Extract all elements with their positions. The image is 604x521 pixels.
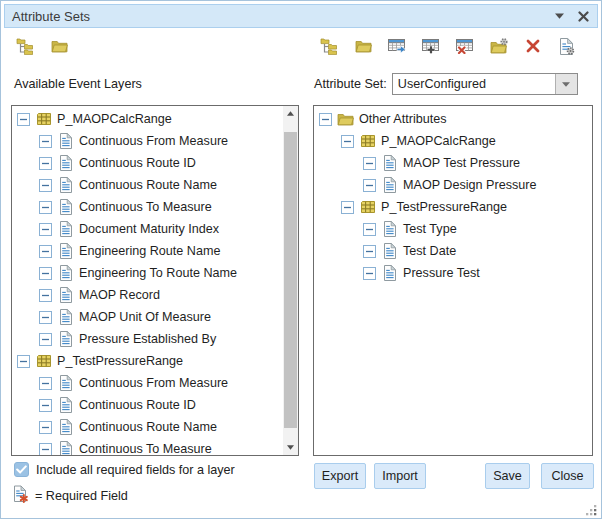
tree-item-label: MAOP Unit Of Measure: [79, 310, 211, 324]
tree-item[interactable]: Continuous Route ID: [12, 152, 283, 174]
tree-item-label: Document Maturity Index: [79, 222, 219, 236]
tree-item[interactable]: MAOP Test Pressure: [314, 152, 592, 174]
collapse-expander-icon[interactable]: [39, 421, 52, 434]
tree-item[interactable]: Continuous Route Name: [12, 416, 283, 438]
tree-item[interactable]: Continuous Route Name: [12, 174, 283, 196]
collapse-expander-icon[interactable]: [39, 311, 52, 324]
expand-set-tree-button[interactable]: [319, 36, 339, 56]
collapse-expander-icon[interactable]: [341, 135, 354, 148]
tree-item[interactable]: Test Type: [314, 218, 592, 240]
scrollbar-thumb[interactable]: [284, 132, 297, 428]
tree-item[interactable]: P_MAOPCalcRange: [12, 108, 283, 130]
table-arrow-icon: [388, 38, 407, 54]
scroll-up-icon[interactable]: [283, 106, 298, 121]
field-icon: [381, 221, 398, 237]
toolbar-right-group: [319, 36, 577, 56]
include-required-checkbox[interactable]: [14, 462, 29, 477]
tree-item-label: Continuous Route ID: [79, 398, 196, 412]
tree-item-label: Test Type: [403, 222, 457, 236]
collapse-expander-icon[interactable]: [319, 113, 332, 126]
remove-table-button[interactable]: [455, 36, 475, 56]
tree-item[interactable]: MAOP Record: [12, 284, 283, 306]
event-table-icon: [35, 354, 52, 368]
tree-item[interactable]: P_TestPressureRange: [12, 350, 283, 372]
add-table-button[interactable]: [421, 36, 441, 56]
event-table-icon: [359, 134, 376, 148]
collapse-expander-icon[interactable]: [39, 201, 52, 214]
attribute-set-dropdown[interactable]: UserConfigured: [392, 73, 578, 95]
collapse-expander-icon[interactable]: [341, 201, 354, 214]
collapse-expander-icon[interactable]: [363, 179, 376, 192]
tree-item[interactable]: Pressure Test: [314, 262, 592, 284]
collapse-expander-icon[interactable]: [363, 223, 376, 236]
tree-item[interactable]: Engineering To Route Name: [12, 262, 283, 284]
collapse-expander-icon[interactable]: [39, 223, 52, 236]
titlebar[interactable]: Attribute Sets: [4, 4, 598, 28]
export-button[interactable]: Export: [314, 463, 366, 489]
collapse-expander-icon[interactable]: [363, 267, 376, 280]
tree-item[interactable]: Continuous To Measure: [12, 438, 283, 455]
collapse-expander-icon[interactable]: [39, 245, 52, 258]
field-icon: [57, 243, 74, 259]
tree-item-label: Continuous To Measure: [79, 442, 212, 455]
tree-item[interactable]: P_TestPressureRange: [314, 196, 592, 218]
tree-item[interactable]: Continuous From Measure: [12, 372, 283, 394]
hierarchy-icon: [16, 37, 34, 55]
tree-item[interactable]: MAOP Unit Of Measure: [12, 306, 283, 328]
export-table-button[interactable]: [387, 36, 407, 56]
field-icon: [57, 221, 74, 237]
collapse-set-tree-button[interactable]: [353, 36, 373, 56]
event-table-icon: [359, 200, 376, 214]
tree-item-label: P_TestPressureRange: [381, 200, 507, 214]
collapse-expander-icon[interactable]: [39, 135, 52, 148]
chevron-down-icon[interactable]: [552, 9, 566, 23]
folder-gear-icon: [490, 38, 509, 54]
tree-item-label: MAOP Test Pressure: [403, 156, 520, 170]
delete-attribute-set-button[interactable]: [523, 36, 543, 56]
field-icon: [57, 441, 74, 455]
close-button[interactable]: Close: [541, 463, 594, 489]
tree-item[interactable]: Pressure Established By: [12, 328, 283, 350]
new-attribute-set-button[interactable]: [489, 36, 509, 56]
collapse-layer-tree-button[interactable]: [49, 36, 69, 56]
field-icon: [57, 331, 74, 347]
attribute-set-properties-button[interactable]: [557, 36, 577, 56]
tree-item[interactable]: Test Date: [314, 240, 592, 262]
tree-item-label: Continuous Route ID: [79, 156, 196, 170]
collapse-expander-icon[interactable]: [39, 443, 52, 456]
field-icon: [381, 243, 398, 259]
tree-item-label: P_TestPressureRange: [57, 354, 183, 368]
collapse-expander-icon[interactable]: [39, 157, 52, 170]
resize-grip-icon[interactable]: [585, 502, 597, 514]
collapse-expander-icon[interactable]: [39, 377, 52, 390]
attribute-set-tree-panel: Other AttributesP_MAOPCalcRangeMAOP Test…: [313, 105, 593, 456]
tree-item-label: Continuous From Measure: [79, 376, 228, 390]
vertical-scrollbar[interactable]: [283, 106, 298, 455]
tree-item[interactable]: MAOP Design Pressure: [314, 174, 592, 196]
tree-item[interactable]: P_MAOPCalcRange: [314, 130, 592, 152]
collapse-expander-icon[interactable]: [39, 289, 52, 302]
collapse-expander-icon[interactable]: [363, 157, 376, 170]
expand-layer-tree-button[interactable]: [15, 36, 35, 56]
folder-open-icon: [355, 39, 372, 53]
import-button[interactable]: Import: [374, 463, 426, 489]
tree-item[interactable]: Continuous To Measure: [12, 196, 283, 218]
collapse-expander-icon[interactable]: [39, 179, 52, 192]
scroll-down-icon[interactable]: [283, 440, 298, 455]
close-icon[interactable]: [576, 9, 590, 23]
collapse-expander-icon[interactable]: [17, 355, 30, 368]
attribute-set-tree: Other AttributesP_MAOPCalcRangeMAOP Test…: [314, 106, 592, 455]
collapse-expander-icon[interactable]: [39, 399, 52, 412]
tree-item[interactable]: Continuous Route ID: [12, 394, 283, 416]
folder-open-icon: [337, 112, 354, 126]
tree-item[interactable]: Continuous From Measure: [12, 130, 283, 152]
collapse-expander-icon[interactable]: [39, 333, 52, 346]
collapse-expander-icon[interactable]: [39, 267, 52, 280]
tree-item[interactable]: Other Attributes: [314, 108, 592, 130]
save-button[interactable]: Save: [485, 463, 530, 489]
collapse-expander-icon[interactable]: [363, 245, 376, 258]
tree-item[interactable]: Document Maturity Index: [12, 218, 283, 240]
collapse-expander-icon[interactable]: [17, 113, 30, 126]
chevron-down-icon[interactable]: [555, 74, 577, 94]
tree-item[interactable]: Engineering Route Name: [12, 240, 283, 262]
